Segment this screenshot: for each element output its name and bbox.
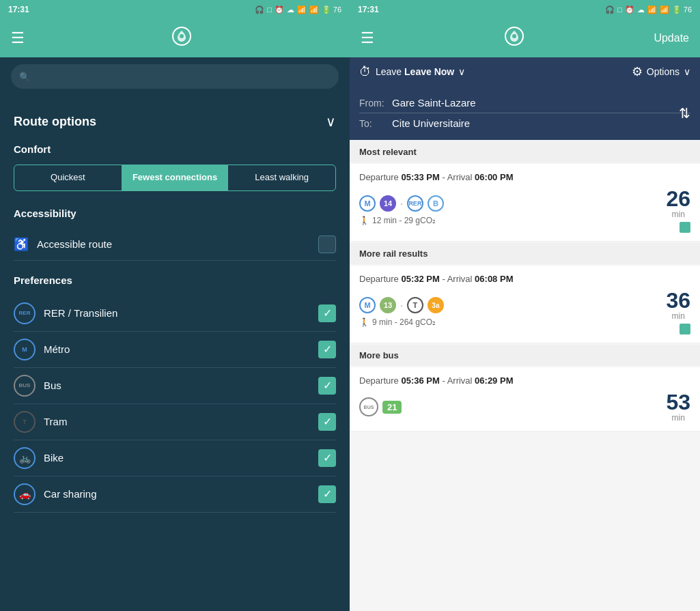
more-bus-label: More bus (350, 345, 700, 366)
logo-icon-left (171, 25, 193, 52)
result-2-row: M 13 · T 3a 🚶 9 min - 264 gCO₂ 36 min (359, 289, 690, 335)
result-card-3: Departure 05:36 PM - Arrival 06:29 PM BU… (350, 367, 700, 431)
result-1-walk: 🚶 12 min - 29 gCO₂ (359, 216, 666, 225)
svg-point-3 (512, 34, 516, 38)
line-14-badge: 14 (380, 195, 396, 212)
route-options-title: Route options (14, 115, 96, 129)
bike-row: 🚲 Bike ✓ (14, 440, 336, 477)
leave-now-button[interactable]: ⏱ Leave Leave Now ∨ (359, 65, 465, 79)
leave-chevron-icon: ∨ (458, 66, 465, 77)
tram-t-badge: T (407, 297, 423, 313)
result-2-lines: M 13 · T 3a (359, 297, 666, 313)
status-icons-right: 🎧 □ ⏰ ☁ 📶 📶 🔋 76 (605, 5, 692, 14)
gear-icon: ⚙ (632, 64, 643, 79)
hamburger-icon-right[interactable]: ☰ (361, 29, 374, 47)
metro-m-icon: M (359, 195, 376, 212)
carsharing-label: Car sharing (44, 488, 97, 500)
fewest-connections-btn[interactable]: Fewest connections (122, 165, 229, 190)
preferences-label: Preferences (14, 274, 336, 286)
result-1-header: Departure 05:33 PM - Arrival 06:00 PM (359, 172, 690, 182)
logo-icon-right (503, 25, 525, 52)
metro-label: Métro (44, 343, 70, 355)
result-card-1: Departure 05:33 PM - Arrival 06:00 PM M … (350, 164, 700, 242)
top-bar-left: ☰ (0, 19, 350, 57)
bus-row: BUS Bus ✓ (14, 368, 336, 404)
swap-icon[interactable]: ⇅ (679, 105, 690, 122)
bike-label: Bike (44, 452, 64, 464)
bike-checkbox[interactable]: ✓ (318, 449, 336, 467)
status-bar-right: 17:31 🎧 □ ⏰ ☁ 📶 📶 🔋 76 (350, 0, 700, 19)
accessibility-label: Accessibility (14, 208, 336, 219)
rer-checkbox[interactable]: ✓ (318, 304, 336, 322)
options-button[interactable]: ⚙ Options ∨ (632, 64, 690, 79)
accessible-route-label: Accessible route (37, 238, 112, 250)
result-1-duration: 26 min (666, 188, 690, 219)
bus-circle-icon: BUS (359, 397, 378, 416)
carsharing-checkbox[interactable]: ✓ (318, 485, 336, 503)
bus-21-badge: 21 (382, 401, 402, 414)
route-options-chevron[interactable]: ∨ (326, 113, 336, 130)
dot-separator: · (400, 198, 403, 209)
least-walking-btn[interactable]: Least walking (228, 165, 335, 190)
from-row[interactable]: From: Gare Saint-Lazare (359, 93, 690, 113)
tram-label: Tram (44, 416, 67, 427)
toggle-group: Quickest Fewest connections Least walkin… (14, 165, 336, 191)
right-panel: 17:31 🎧 □ ⏰ ☁ 📶 📶 🔋 76 ☰ Update ⏱ Leave … (350, 0, 700, 611)
tram-checkbox[interactable]: ✓ (318, 413, 336, 431)
confort-section: Confort Quickest Fewest connections Leas… (14, 143, 336, 191)
time-right: 17:31 (358, 5, 379, 14)
line-3a-badge: 3a (428, 297, 444, 313)
time-left: 17:31 (8, 5, 29, 14)
left-panel: 17:31 🎧 □ ⏰ ☁ 📶 📶 🔋 76 ☰ 🔍 (0, 0, 350, 611)
options-chevron-icon: ∨ (684, 66, 690, 77)
result-3-lines: BUS 21 (359, 397, 666, 416)
tram-badge-icon: T (14, 411, 36, 433)
wheelchair-icon: ♿ (14, 237, 29, 252)
result-3-row: BUS 21 53 min (359, 391, 690, 423)
status-bar-left: 17:31 🎧 □ ⏰ ☁ 📶 📶 🔋 76 (0, 0, 350, 19)
update-button[interactable]: Update (654, 32, 689, 44)
clock-icon: ⏱ (359, 65, 372, 79)
metro-row: M Métro ✓ (14, 332, 336, 368)
bus-label: Bus (44, 380, 61, 391)
line-b-badge: B (428, 195, 444, 212)
line-13-badge: 13 (380, 297, 396, 313)
rer-row: RER RER / Transilien ✓ (14, 296, 336, 332)
result-2-duration: 36 min (666, 289, 690, 321)
top-bar-right: ☰ Update (350, 19, 700, 57)
left-content: Route options ∨ Confort Quickest Fewest … (0, 102, 350, 611)
carsharing-row: 🚗 Car sharing ✓ (14, 477, 336, 513)
result-1-lines: M 14 · RER B (359, 195, 666, 212)
bike-badge-icon: 🚲 (14, 447, 36, 469)
green-indicator-2 (680, 324, 690, 335)
results-content: Most relevant Departure 05:33 PM - Arriv… (350, 141, 700, 611)
accessible-route-row: ♿ Accessible route (14, 229, 336, 261)
result-card-2: Departure 05:32 PM - Arrival 06:08 PM M … (350, 266, 700, 343)
confort-label: Confort (14, 143, 336, 155)
journey-controls: ⏱ Leave Leave Now ∨ ⚙ Options ∨ (350, 57, 700, 86)
from-to-box: From: Gare Saint-Lazare To: Cite Univers… (350, 86, 700, 140)
hamburger-icon-left[interactable]: ☰ (11, 29, 25, 47)
result-3-header: Departure 05:36 PM - Arrival 06:29 PM (359, 375, 690, 386)
to-value: Cite Universitaire (392, 117, 470, 129)
more-rail-label: More rail results (350, 243, 700, 264)
quickest-btn[interactable]: Quickest (14, 165, 122, 190)
tram-row: T Tram ✓ (14, 404, 336, 440)
green-indicator-1 (680, 222, 690, 233)
route-options-header: Route options ∨ (14, 113, 336, 130)
result-2-walk: 🚶 9 min - 264 gCO₂ (359, 317, 666, 327)
bus-badge-icon: BUS (14, 375, 36, 397)
svg-point-1 (180, 34, 184, 38)
result-3-duration: 53 min (666, 391, 690, 423)
preferences-section: Preferences RER RER / Transilien ✓ M Mét… (14, 274, 336, 513)
metro-badge-icon: M (14, 339, 36, 360)
result-1-row: M 14 · RER B 🚶 12 min - 29 gCO₂ 26 min (359, 188, 690, 233)
search-bar-placeholder[interactable]: 🔍 (11, 64, 339, 89)
rer-label: RER / Transilien (44, 307, 117, 319)
metro-checkbox[interactable]: ✓ (318, 341, 336, 358)
rer-badge-icon: RER (14, 302, 36, 324)
bus-checkbox[interactable]: ✓ (318, 377, 336, 395)
to-row[interactable]: To: Cite Universitaire (359, 113, 690, 133)
rer-circle-badge: RER (407, 195, 423, 212)
accessible-route-checkbox[interactable] (318, 236, 336, 253)
